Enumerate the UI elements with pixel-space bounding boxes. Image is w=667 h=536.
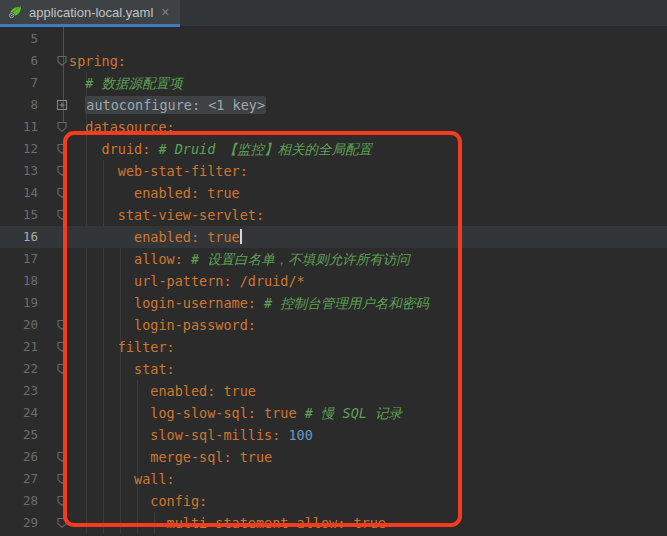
code-line[interactable]: spring: [69, 50, 667, 72]
editor-tab-bar: application-local.yaml × [0, 0, 667, 27]
token-key: datasource: [85, 119, 174, 135]
code-line[interactable] [69, 28, 667, 50]
line-number: 25 [0, 424, 38, 446]
fold-marker-icon[interactable] [38, 358, 69, 380]
tab-bar-empty-space [180, 0, 667, 26]
code-line[interactable]: url-pattern: /druid/* [69, 270, 667, 292]
code-line[interactable]: multi-statement-allow: true [69, 512, 667, 534]
line-number: 15 [0, 204, 38, 226]
token-key: stat-view-servlet: [118, 207, 264, 223]
token-key: spring: [69, 53, 126, 69]
fold-marker-icon[interactable] [38, 490, 69, 512]
editor-line[interactable]: 16enabled: true [0, 226, 667, 248]
fold-marker-icon[interactable] [38, 468, 69, 490]
code-line[interactable]: slow-sql-millis: 100 [69, 424, 667, 446]
token-key: enabled: [134, 185, 207, 201]
token-value: /druid/* [240, 273, 305, 289]
line-number: 29 [0, 512, 38, 534]
line-number: 28 [0, 490, 38, 512]
line-number: 12 [0, 138, 38, 160]
code-line[interactable]: filter: [69, 336, 667, 358]
editor-line[interactable]: 25slow-sql-millis: 100 [0, 424, 667, 446]
editor-line[interactable]: 17allow: # 设置白名单，不填则允许所有访问 [0, 248, 667, 270]
fold-marker-icon[interactable] [38, 50, 69, 72]
editor-line[interactable]: 7# 数据源配置项 [0, 72, 667, 94]
folded-region-placeholder[interactable]: autoconfigure: <1 key> [85, 96, 266, 114]
fold-marker-icon[interactable] [38, 116, 69, 138]
token-plain [297, 405, 305, 421]
editor-line[interactable]: 18url-pattern: /druid/* [0, 270, 667, 292]
code-line[interactable]: config: [69, 490, 667, 512]
line-number: 5 [0, 28, 38, 50]
token-key: log-slow-sql: [150, 405, 264, 421]
fold-marker-icon[interactable] [38, 160, 69, 182]
editor-lines: 56spring:7# 数据源配置项8autoconfigure: <1 key… [0, 28, 667, 534]
token-key: config: [150, 493, 207, 509]
code-editor[interactable]: 56spring:7# 数据源配置项8autoconfigure: <1 key… [0, 27, 667, 536]
code-line[interactable]: wall: [69, 468, 667, 490]
code-line[interactable]: enabled: true [69, 226, 667, 248]
line-number: 20 [0, 314, 38, 336]
line-number: 27 [0, 468, 38, 490]
editor-line[interactable]: 14enabled: true [0, 182, 667, 204]
fold-expand-icon[interactable] [38, 94, 69, 116]
line-number: 24 [0, 402, 38, 424]
editor-line[interactable]: 8autoconfigure: <1 key> [0, 94, 667, 116]
code-line[interactable]: login-password: [69, 314, 667, 336]
fold-marker-icon[interactable] [38, 138, 69, 160]
editor-line[interactable]: 27wall: [0, 468, 667, 490]
tab-application-local-yaml[interactable]: application-local.yaml × [0, 0, 180, 27]
gutter-spacer [38, 402, 69, 424]
code-line[interactable]: # 数据源配置项 [69, 72, 667, 94]
editor-line[interactable]: 6spring: [0, 50, 667, 72]
token-comment: # 设置白名单，不填则允许所有访问 [191, 251, 410, 267]
code-line[interactable]: enabled: true [69, 182, 667, 204]
tab-close-icon[interactable]: × [159, 4, 171, 20]
code-line[interactable]: login-username: # 控制台管理用户名和密码 [69, 292, 667, 314]
fold-marker-icon[interactable] [38, 446, 69, 468]
editor-line[interactable]: 22stat: [0, 358, 667, 380]
line-number: 26 [0, 446, 38, 468]
editor-line[interactable]: 29multi-statement-allow: true [0, 512, 667, 534]
editor-line[interactable]: 28config: [0, 490, 667, 512]
fold-marker-icon[interactable] [38, 182, 69, 204]
token-key: login-password: [134, 317, 256, 333]
fold-marker-icon[interactable] [38, 204, 69, 226]
code-line[interactable]: enabled: true [69, 380, 667, 402]
token-key: enabled: [134, 229, 207, 245]
gutter-spacer [38, 226, 69, 248]
editor-line[interactable]: 11datasource: [0, 116, 667, 138]
fold-marker-icon[interactable] [38, 314, 69, 336]
gutter-spacer [38, 380, 69, 402]
fold-marker-icon[interactable] [38, 336, 69, 358]
gutter-spacer [38, 424, 69, 446]
editor-line[interactable]: 5 [0, 28, 667, 50]
code-line[interactable]: autoconfigure: <1 key> [69, 94, 667, 116]
editor-line[interactable]: 12druid: # Druid 【监控】相关的全局配置 [0, 138, 667, 160]
line-number: 13 [0, 160, 38, 182]
fold-marker-icon[interactable] [38, 512, 69, 534]
gutter-spacer [38, 72, 69, 94]
editor-line[interactable]: 13web-stat-filter: [0, 160, 667, 182]
editor-line[interactable]: 15stat-view-servlet: [0, 204, 667, 226]
code-line[interactable]: druid: # Druid 【监控】相关的全局配置 [69, 138, 667, 160]
editor-line[interactable]: 21filter: [0, 336, 667, 358]
code-line[interactable]: allow: # 设置白名单，不填则允许所有访问 [69, 248, 667, 270]
editor-line[interactable]: 19login-username: # 控制台管理用户名和密码 [0, 292, 667, 314]
token-value: true [207, 185, 240, 201]
token-value: true [223, 383, 256, 399]
editor-line[interactable]: 23enabled: true [0, 380, 667, 402]
code-line[interactable]: web-stat-filter: [69, 160, 667, 182]
code-line[interactable]: datasource: [69, 116, 667, 138]
editor-line[interactable]: 24log-slow-sql: true # 慢 SQL 记录 [0, 402, 667, 424]
line-number: 6 [0, 50, 38, 72]
code-line[interactable]: log-slow-sql: true # 慢 SQL 记录 [69, 402, 667, 424]
editor-line[interactable]: 26merge-sql: true [0, 446, 667, 468]
tab-title: application-local.yaml [29, 5, 153, 20]
line-number: 14 [0, 182, 38, 204]
editor-line[interactable]: 20login-password: [0, 314, 667, 336]
code-line[interactable]: stat: [69, 358, 667, 380]
code-line[interactable]: merge-sql: true [69, 446, 667, 468]
code-line[interactable]: stat-view-servlet: [69, 204, 667, 226]
token-key: enabled: [150, 383, 223, 399]
